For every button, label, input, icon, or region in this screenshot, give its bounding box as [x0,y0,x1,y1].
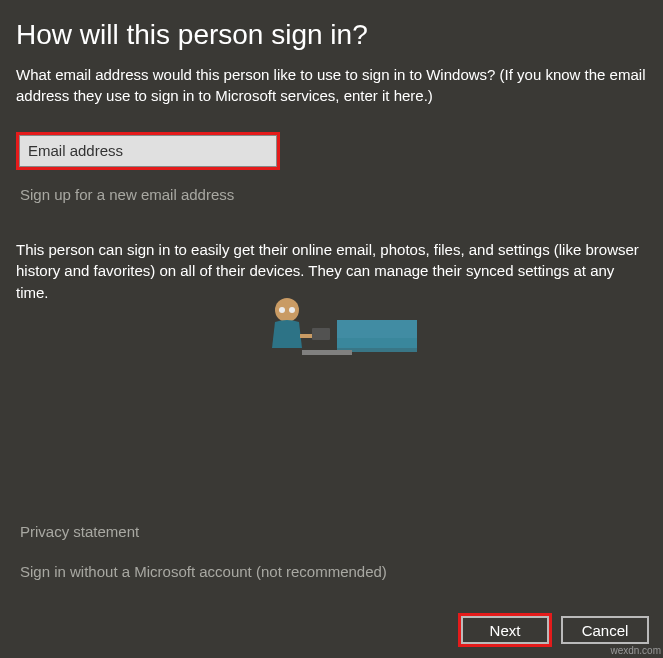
svg-rect-7 [302,350,352,355]
page-title: How will this person sign in? [16,18,647,52]
next-button[interactable]: Next [461,616,549,644]
button-row: Next Cancel [461,616,649,644]
signup-email-link[interactable]: Sign up for a new email address [20,186,647,203]
email-input-highlight [16,132,280,170]
cancel-button[interactable]: Cancel [561,616,649,644]
signin-without-msaccount-link[interactable]: Sign in without a Microsoft account (not… [20,563,387,580]
svg-point-3 [279,307,285,313]
illustration-image [242,290,422,370]
svg-rect-1 [337,338,417,352]
email-field[interactable] [19,135,277,167]
svg-rect-6 [312,328,330,340]
watermark-text: wexdn.com [610,645,661,656]
page-subtitle: What email address would this person lik… [16,64,647,106]
svg-point-4 [289,307,295,313]
privacy-statement-link[interactable]: Privacy statement [20,523,139,540]
svg-point-2 [275,298,299,322]
